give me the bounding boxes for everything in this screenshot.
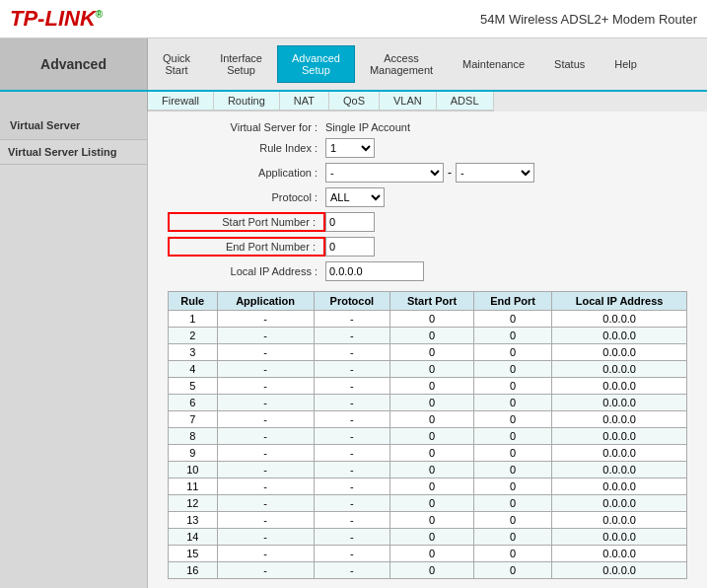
cell-app: - [217,378,314,395]
form-row-application: Application : - - - [168,163,687,183]
nav-maintenance[interactable]: Maintenance [448,51,539,77]
application-select1[interactable]: - [325,163,444,183]
protocol-select[interactable]: ALLTCPUDP [325,187,385,207]
nav-interface-setup[interactable]: InterfaceSetup [205,45,277,83]
protocol-value: ALLTCPUDP [325,187,385,207]
cell-start: 0 [390,529,474,546]
cell-rule: 12 [169,495,218,512]
nav-advanced-setup[interactable]: AdvancedSetup [277,45,355,83]
table-row[interactable]: 5 - - 0 0 0.0.0.0 [169,378,687,395]
sub-nav: Firewall Routing NAT QoS VLAN ADSL [148,92,494,111]
table-row[interactable]: 14 - - 0 0 0.0.0.0 [169,529,687,546]
cell-end: 0 [474,311,552,328]
table-row[interactable]: 1 - - 0 0 0.0.0.0 [169,311,687,328]
table-row[interactable]: 8 - - 0 0 0.0.0.0 [169,428,687,445]
sidebar-virtual-server[interactable]: Virtual Server [0,111,147,140]
cell-rule: 5 [169,378,218,395]
table-row[interactable]: 16 - - 0 0 0.0.0.0 [169,562,687,579]
cell-ip: 0.0.0.0 [552,344,687,361]
top-nav: Advanced QuickStart InterfaceSetup Advan… [0,38,707,92]
table-row[interactable]: 2 - - 0 0 0.0.0.0 [169,328,687,344]
cell-rule: 13 [169,512,218,529]
cell-ip: 0.0.0.0 [552,445,687,462]
cell-rule: 1 [169,311,218,328]
application-controls: - - - [325,163,534,183]
start-port-label: Start Port Number : [168,212,325,232]
cell-end: 0 [474,344,552,361]
sub-nav-nat[interactable]: NAT [280,92,329,110]
content: Virtual Server for : Single IP Account R… [148,111,707,588]
cell-end: 0 [474,411,552,428]
cell-start: 0 [390,562,474,579]
end-port-label: End Port Number : [168,237,325,257]
cell-app: - [217,529,314,546]
cell-proto: - [314,445,390,462]
cell-app: - [217,546,314,562]
cell-end: 0 [474,462,552,478]
cell-app: - [217,328,314,344]
application-select2[interactable]: - [456,163,534,183]
form-row-ruleindex: Rule Index : 123 [168,138,687,158]
cell-end: 0 [474,546,552,562]
table-row[interactable]: 13 - - 0 0 0.0.0.0 [169,512,687,529]
cell-ip: 0.0.0.0 [552,411,687,428]
rule-index-select[interactable]: 123 [325,138,375,158]
cell-app: - [217,462,314,478]
sub-nav-qos[interactable]: QoS [329,92,380,110]
nav-help[interactable]: Help [600,51,652,77]
form-row-startport: Start Port Number : [168,212,687,232]
cell-proto: - [314,495,390,512]
cell-proto: - [314,478,390,495]
sub-nav-firewall[interactable]: Firewall [148,92,214,110]
nav-status[interactable]: Status [539,51,600,77]
advanced-label: Advanced [0,38,148,90]
cell-app: - [217,562,314,579]
cell-ip: 0.0.0.0 [552,361,687,378]
cell-rule: 2 [169,328,218,344]
table-row[interactable]: 10 - - 0 0 0.0.0.0 [169,462,687,478]
protocol-label: Protocol : [168,191,325,203]
start-port-input[interactable] [325,212,375,232]
sub-nav-vlan[interactable]: VLAN [380,92,437,110]
cell-rule: 11 [169,478,218,495]
sub-nav-spacer [0,92,148,111]
cell-rule: 3 [169,344,218,361]
cell-ip: 0.0.0.0 [552,546,687,562]
cell-app: - [217,344,314,361]
cell-app: - [217,411,314,428]
table-row[interactable]: 6 - - 0 0 0.0.0.0 [169,395,687,411]
cell-start: 0 [390,462,474,478]
table-row[interactable]: 11 - - 0 0 0.0.0.0 [169,478,687,495]
virtual-server-listing: Rule Application Protocol Start Port End… [168,291,687,579]
cell-start: 0 [390,428,474,445]
table-row[interactable]: 7 - - 0 0 0.0.0.0 [169,411,687,428]
cell-rule: 10 [169,462,218,478]
col-end-port: End Port [474,292,552,311]
cell-rule: 16 [169,562,218,579]
end-port-input[interactable] [325,237,375,257]
sidebar: Virtual Server Virtual Server Listing [0,111,148,588]
cell-start: 0 [390,445,474,462]
cell-rule: 9 [169,445,218,462]
cell-ip: 0.0.0.0 [552,562,687,579]
cell-proto: - [314,462,390,478]
table-row[interactable]: 15 - - 0 0 0.0.0.0 [169,546,687,562]
cell-app: - [217,445,314,462]
application-label: Application : [168,167,325,179]
table-row[interactable]: 12 - - 0 0 0.0.0.0 [169,495,687,512]
sub-nav-adsl[interactable]: ADSL [437,92,494,110]
cell-proto: - [314,529,390,546]
device-name: 54M Wireless ADSL2+ Modem Router [480,12,697,27]
cell-proto: - [314,378,390,395]
sub-nav-routing[interactable]: Routing [214,92,280,110]
nav-quick-start[interactable]: QuickStart [148,45,205,83]
table-row[interactable]: 4 - - 0 0 0.0.0.0 [169,361,687,378]
nav-access-management[interactable]: AccessManagement [355,45,448,83]
cell-end: 0 [474,428,552,445]
sidebar-virtual-server-listing[interactable]: Virtual Server Listing [0,140,147,165]
table-row[interactable]: 3 - - 0 0 0.0.0.0 [169,344,687,361]
table-row[interactable]: 9 - - 0 0 0.0.0.0 [169,445,687,462]
local-ip-input[interactable] [325,261,424,281]
cell-ip: 0.0.0.0 [552,529,687,546]
cell-end: 0 [474,395,552,411]
